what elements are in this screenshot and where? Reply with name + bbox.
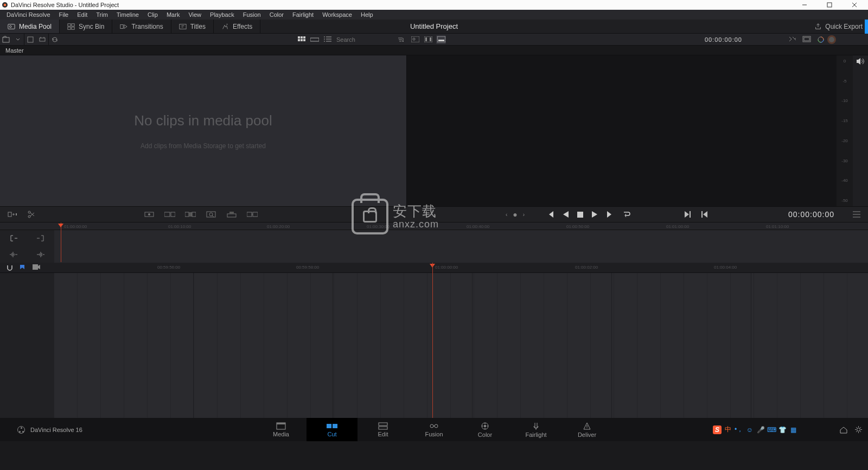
menu-color[interactable]: Color bbox=[265, 11, 288, 18]
page-cut[interactable]: Cut bbox=[307, 418, 358, 441]
menu-clip[interactable]: Clip bbox=[143, 11, 162, 18]
play-button[interactable] bbox=[592, 211, 597, 218]
ime-toolbox-icon[interactable]: ▦ bbox=[789, 425, 797, 434]
jog-indicator[interactable]: ‹●› bbox=[506, 210, 525, 219]
menu-workspace[interactable]: Workspace bbox=[318, 11, 356, 18]
ime-lang-icon[interactable]: 中 bbox=[724, 425, 732, 434]
source-overwrite-button[interactable] bbox=[246, 211, 258, 218]
smart-insert-icon[interactable] bbox=[8, 210, 17, 219]
viewer-panel[interactable] bbox=[407, 55, 837, 206]
svg-rect-41 bbox=[227, 214, 236, 217]
tab-transitions[interactable]: Transitions bbox=[112, 20, 171, 33]
page-fairlight[interactable]: Fairlight bbox=[510, 418, 561, 441]
menu-mark[interactable]: Mark bbox=[162, 11, 184, 18]
media-pool-panel[interactable]: No clips in media pool Add clips from Me… bbox=[0, 55, 407, 206]
safe-area-button[interactable] bbox=[801, 36, 813, 43]
menu-edit[interactable]: Edit bbox=[73, 11, 92, 18]
tab-effects-label: Effects bbox=[233, 23, 252, 30]
new-timeline-button[interactable] bbox=[36, 34, 48, 46]
transport-timecode[interactable]: 00:00:00:00 bbox=[788, 210, 834, 219]
lower-timeline-ruler[interactable]: 00:59:56:00 00:59:58:00 01:00:00:00 01:0… bbox=[54, 263, 868, 272]
page-color[interactable]: Color bbox=[459, 418, 510, 441]
import-media-button[interactable] bbox=[0, 34, 12, 46]
go-in-button[interactable] bbox=[685, 211, 691, 218]
ime-toolbar[interactable]: S 中 •， ☺ 🎤 ⌨ 👕 ▦ bbox=[713, 425, 797, 434]
play-reverse-button[interactable] bbox=[563, 211, 569, 218]
speaker-icon[interactable] bbox=[853, 55, 868, 206]
window-minimize-button[interactable] bbox=[792, 0, 817, 10]
video-only-button[interactable] bbox=[33, 264, 39, 271]
place-on-top-button[interactable] bbox=[226, 211, 238, 218]
import-dropdown-button[interactable] bbox=[12, 34, 24, 46]
menu-davinci-resolve[interactable]: DaVinci Resolve bbox=[2, 11, 55, 18]
audio-trim-b-button[interactable] bbox=[27, 246, 54, 263]
window-maximize-button[interactable] bbox=[817, 0, 842, 10]
menu-timeline[interactable]: Timeline bbox=[112, 11, 143, 18]
menu-playback[interactable]: Playback bbox=[206, 11, 239, 18]
titles-icon bbox=[179, 23, 187, 30]
tab-effects[interactable]: Effects bbox=[214, 20, 260, 33]
sort-button[interactable] bbox=[395, 36, 406, 43]
upper-timeline-ruler[interactable]: 01:00:00:00 01:00:10:00 01:00:20:00 01:0… bbox=[0, 223, 868, 230]
menu-help[interactable]: Help bbox=[356, 11, 378, 18]
viewer-mode-tape-button[interactable] bbox=[423, 35, 433, 44]
insert-clip-button[interactable] bbox=[143, 211, 155, 218]
trim-mode-b-button[interactable] bbox=[27, 230, 54, 246]
color-page-icon bbox=[481, 422, 489, 430]
append-clip-button[interactable] bbox=[164, 211, 176, 218]
menu-file[interactable]: File bbox=[55, 11, 73, 18]
marker-button[interactable] bbox=[20, 264, 26, 271]
menu-trim[interactable]: Trim bbox=[92, 11, 112, 18]
window-close-button[interactable] bbox=[842, 0, 867, 10]
go-first-button[interactable] bbox=[547, 211, 554, 218]
page-deliver[interactable]: Deliver bbox=[561, 418, 612, 441]
brand-label[interactable]: DaVinci Resolve 16 bbox=[17, 426, 82, 434]
ime-emoji-icon[interactable]: ☺ bbox=[745, 425, 754, 434]
split-icon[interactable] bbox=[27, 210, 36, 219]
stop-button[interactable] bbox=[577, 212, 583, 218]
list-view-button[interactable] bbox=[322, 35, 333, 45]
tab-media-pool[interactable]: Media Pool bbox=[0, 20, 60, 33]
sync-clips-button[interactable] bbox=[49, 34, 61, 46]
snap-magnet-button[interactable] bbox=[7, 264, 13, 271]
ime-punct-icon[interactable]: •， bbox=[735, 425, 743, 434]
page-edit[interactable]: Edit bbox=[358, 418, 409, 441]
project-settings-button[interactable] bbox=[854, 425, 863, 434]
search-input[interactable] bbox=[336, 36, 385, 43]
quick-export-button[interactable]: Quick Export bbox=[814, 23, 863, 30]
tools-dropdown-button[interactable] bbox=[787, 36, 799, 43]
tab-sync-bin[interactable]: Sync Bin bbox=[60, 20, 112, 33]
tab-titles[interactable]: Titles bbox=[171, 20, 214, 33]
new-bin-button[interactable] bbox=[24, 34, 36, 46]
ripple-overwrite-button[interactable] bbox=[184, 211, 196, 218]
lower-timeline-track[interactable] bbox=[54, 273, 868, 418]
trim-mode-a-button[interactable] bbox=[0, 230, 27, 246]
ime-skin-icon[interactable]: 👕 bbox=[778, 425, 787, 434]
timeline-options-button[interactable] bbox=[853, 211, 860, 218]
ime-keyboard-icon[interactable]: ⌨ bbox=[767, 425, 776, 434]
sogou-ime-icon[interactable]: S bbox=[713, 425, 722, 434]
color-picker-button[interactable] bbox=[815, 36, 827, 43]
page-fusion[interactable]: Fusion bbox=[409, 418, 459, 441]
viewer-mode-timeline-button[interactable] bbox=[436, 35, 446, 44]
bin-path-label[interactable]: Master bbox=[0, 46, 868, 55]
home-button[interactable] bbox=[839, 426, 848, 434]
track-header-panel[interactable] bbox=[0, 273, 54, 418]
menu-fusion[interactable]: Fusion bbox=[239, 11, 265, 18]
menu-fairlight[interactable]: Fairlight bbox=[288, 11, 318, 18]
strip-view-button[interactable] bbox=[309, 35, 320, 45]
viewer-mode-clip-button[interactable] bbox=[410, 35, 420, 44]
go-out-button[interactable] bbox=[701, 211, 707, 218]
go-last-button[interactable] bbox=[606, 211, 614, 218]
ime-mic-icon[interactable]: 🎤 bbox=[756, 425, 765, 434]
menu-view[interactable]: View bbox=[184, 11, 206, 18]
cut-page-icon bbox=[327, 422, 337, 430]
page-media[interactable]: Media bbox=[256, 418, 307, 441]
upper-timeline-track[interactable] bbox=[54, 230, 868, 263]
audio-trim-a-button[interactable] bbox=[0, 246, 27, 263]
close-up-button[interactable] bbox=[205, 211, 217, 218]
loop-button[interactable] bbox=[622, 211, 631, 218]
timecode-display[interactable]: 00:00:00:00 bbox=[705, 36, 742, 43]
record-button[interactable] bbox=[827, 35, 837, 45]
thumbnail-view-button[interactable] bbox=[296, 35, 307, 45]
